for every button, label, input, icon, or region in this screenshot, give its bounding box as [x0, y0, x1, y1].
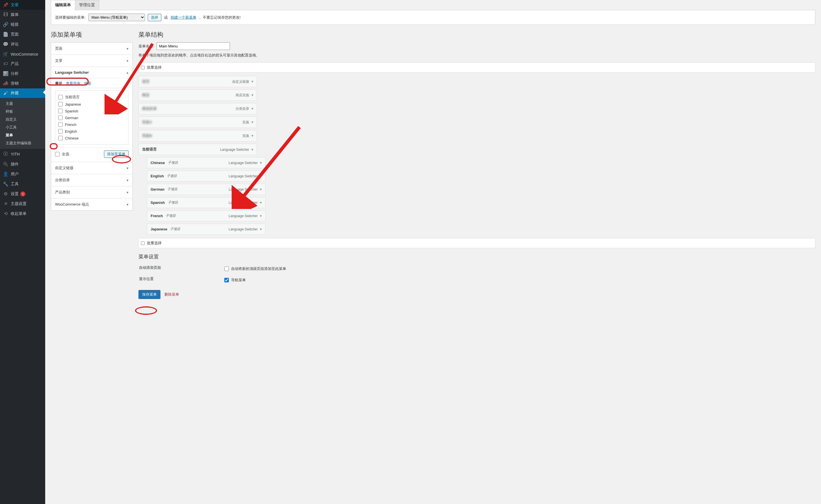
- acc-custom-links[interactable]: 自定义链接▾: [51, 162, 132, 174]
- sidebar-item[interactable]: 👤用户: [0, 169, 45, 179]
- menu-structure-item[interactable]: 类别目录分类目录▾: [138, 103, 257, 114]
- display-location-label: 显示位置: [139, 275, 224, 285]
- lang-item-checkbox[interactable]: 当前语言: [58, 93, 125, 101]
- sidebar-item-label: 文章: [11, 3, 19, 8]
- menu-structure-item[interactable]: 页面B页面▾: [138, 130, 257, 141]
- sidebar-item[interactable]: 📣营销: [0, 78, 45, 88]
- sidebar-item[interactable]: 🎞媒体: [0, 10, 45, 19]
- acc-product-cat[interactable]: 产品类别▾: [51, 186, 132, 198]
- choose-button[interactable]: 选择: [148, 14, 161, 21]
- chevron-down-icon[interactable]: ▾: [260, 174, 262, 178]
- acc-woocommerce[interactable]: WooCommerce 端点▾: [51, 198, 132, 210]
- acc-language-switcher[interactable]: Language Switcher▴: [51, 67, 132, 78]
- sidebar-item[interactable]: 🛒WooCommerce: [0, 49, 45, 59]
- lang-item-checkbox[interactable]: English: [58, 128, 125, 135]
- lang-item-checkbox[interactable]: French: [58, 121, 125, 128]
- menu-name-input[interactable]: [156, 42, 230, 50]
- chevron-down-icon[interactable]: ▾: [260, 214, 262, 218]
- chevron-down-icon[interactable]: ▾: [260, 187, 262, 191]
- menu-select[interactable]: Main Menu (导航菜单): [88, 14, 145, 21]
- sidebar-item[interactable]: ⓨYITH: [0, 149, 45, 159]
- sidebar-item[interactable]: 💬评论: [0, 39, 45, 49]
- sidebar-item[interactable]: 🏷产品: [0, 59, 45, 69]
- sidebar-item[interactable]: 📌文章: [0, 0, 45, 10]
- menu-item-type: Language Switcher: [228, 227, 258, 231]
- delete-menu-link[interactable]: 删除菜单: [164, 292, 179, 297]
- menu-structure-item[interactable]: 商店商店页面▾: [138, 90, 257, 101]
- sidebar-item[interactable]: 🔌插件: [0, 159, 45, 169]
- sidebar-subitem[interactable]: 自定义: [3, 115, 45, 123]
- tab-edit-menus[interactable]: 编辑菜单: [51, 0, 75, 10]
- menu-item-title: 首页: [142, 79, 149, 84]
- menu-item-title: 当前语言: [142, 147, 157, 152]
- menu-icon: 📄: [3, 32, 8, 37]
- sidebar-item-appearance[interactable]: 🖌 外观: [0, 88, 45, 98]
- sidebar-item[interactable]: ⚙设置1: [0, 189, 45, 199]
- selector-or: 或: [164, 15, 168, 20]
- acc-categories[interactable]: 分类目录▾: [51, 174, 132, 186]
- acc-posts[interactable]: 文章▾: [51, 55, 132, 67]
- menu-item-type: Language Switcher: [228, 174, 258, 178]
- menu-structure-item[interactable]: Japanese子项目Language Switcher▾: [147, 224, 265, 235]
- select-all-checkbox[interactable]: 全选: [55, 150, 69, 158]
- menu-icon: 🔗: [3, 22, 8, 27]
- lang-item-checkbox[interactable]: Spanish: [58, 108, 125, 114]
- menu-structure-item[interactable]: 首页自定义链接▾: [138, 76, 257, 87]
- sidebar-item-label: 页面: [11, 32, 19, 37]
- menu-structure-item[interactable]: German子项目Language Switcher▾: [147, 184, 265, 195]
- sidebar-subitem[interactable]: 样板: [3, 108, 45, 115]
- tab-manage-locations[interactable]: 管理位置: [75, 0, 99, 10]
- chevron-down-icon[interactable]: ▾: [251, 79, 253, 84]
- chevron-down-icon[interactable]: ▾: [260, 200, 262, 205]
- menu-item-subtext: 子项目: [167, 174, 177, 178]
- drag-hint: 将各个项目拖到您喜欢的顺序。点击项目右边的箭头可显示其他配置选项。: [138, 53, 815, 58]
- save-menu-button[interactable]: 保存菜单: [138, 290, 160, 299]
- menu-structure-item[interactable]: Spanish子项目Language Switcher▾: [147, 197, 265, 208]
- chevron-down-icon[interactable]: ▾: [260, 227, 262, 231]
- menu-icon: ⟲: [3, 211, 8, 216]
- menu-structure-item[interactable]: 当前语言Language Switcher▾: [138, 144, 257, 155]
- annotation-circle-save: [135, 306, 157, 315]
- lang-tab-search[interactable]: 搜索: [84, 81, 91, 86]
- chevron-down-icon[interactable]: ▾: [251, 120, 253, 124]
- menu-structure-item[interactable]: French子项目Language Switcher▾: [147, 210, 265, 221]
- auto-add-checkbox[interactable]: 自动将新的顶级页面添加至此菜单: [224, 265, 286, 272]
- menu-icon: 🏷: [3, 61, 8, 66]
- sidebar-item[interactable]: 📊分析: [0, 69, 45, 78]
- sidebar-item[interactable]: 🔗链接: [0, 19, 45, 29]
- add-to-menu-button[interactable]: 添加至菜单: [104, 150, 128, 158]
- menu-item-title: French: [151, 214, 163, 218]
- active-arrow: [43, 90, 45, 95]
- menu-structure-item[interactable]: 页面A页面▾: [138, 117, 257, 128]
- menu-structure-item[interactable]: English子项目Language Switcher▾: [147, 171, 265, 182]
- sidebar-item[interactable]: 🔧工具: [0, 179, 45, 189]
- lang-item-checkbox[interactable]: German: [58, 114, 125, 121]
- chevron-down-icon[interactable]: ▾: [260, 161, 262, 165]
- lang-item-checkbox[interactable]: Japanese: [58, 101, 125, 108]
- menu-item-type: 分类目录: [236, 107, 249, 111]
- chevron-down-icon[interactable]: ▾: [251, 93, 253, 97]
- lang-tab-recent[interactable]: 最近: [55, 81, 62, 86]
- menu-icon: 👤: [3, 171, 8, 177]
- sidebar-subitem[interactable]: 小工具: [3, 123, 45, 131]
- chevron-down-icon[interactable]: ▾: [251, 147, 253, 152]
- display-location-checkbox[interactable]: 导航菜单: [224, 276, 286, 284]
- sidebar-item[interactable]: ✳主题设置: [0, 199, 45, 209]
- bulk-select-top-checkbox[interactable]: [141, 66, 145, 69]
- sidebar-subitem[interactable]: 主题文件编辑器: [3, 139, 45, 147]
- acc-pages[interactable]: 页面▾: [51, 43, 132, 54]
- chevron-down-icon: ▾: [127, 202, 128, 207]
- sidebar-item[interactable]: ⟲收起菜单: [0, 209, 45, 219]
- chevron-down-icon[interactable]: ▾: [251, 134, 253, 138]
- sidebar-item[interactable]: 📄页面: [0, 29, 45, 39]
- sidebar-subitem[interactable]: 主题: [3, 100, 45, 108]
- lang-item-checkbox[interactable]: Chinese: [58, 135, 125, 141]
- sidebar-subitem[interactable]: 菜单: [3, 131, 45, 139]
- chevron-down-icon[interactable]: ▾: [251, 106, 253, 111]
- bulk-select-bottom-checkbox[interactable]: [141, 241, 145, 245]
- chevron-down-icon: ▾: [127, 190, 128, 195]
- create-menu-link[interactable]: 创建一个新菜单: [171, 15, 196, 20]
- chevron-down-icon: ▾: [127, 178, 128, 182]
- lang-tab-all[interactable]: 查看所有: [66, 81, 80, 86]
- menu-structure-item[interactable]: Chinese子项目Language Switcher▾: [147, 157, 265, 168]
